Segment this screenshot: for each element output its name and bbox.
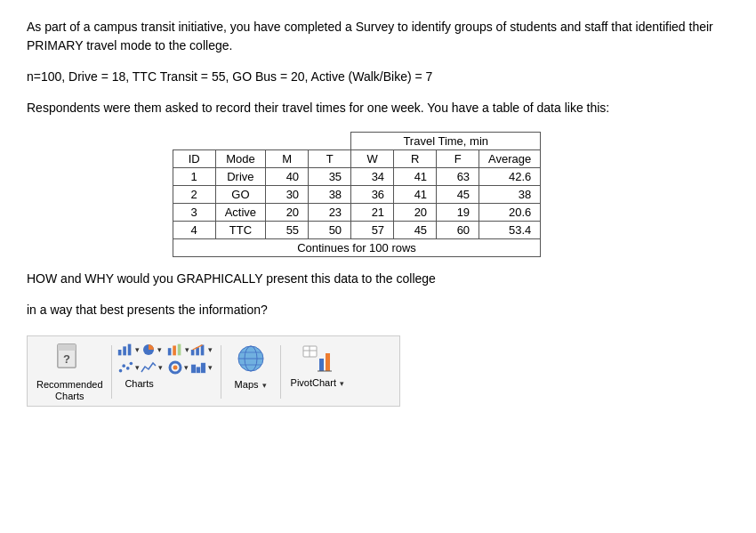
- pivot-chart-group[interactable]: PivotChart ▾: [291, 342, 344, 389]
- svg-rect-2: [58, 344, 76, 351]
- line-chart-icon[interactable]: ▾: [140, 359, 163, 376]
- travel-time-header-row: Travel Time, min: [173, 133, 583, 150]
- pie-chart-dropdown[interactable]: ▾: [157, 345, 162, 354]
- combo-chart-dropdown[interactable]: ▾: [208, 345, 213, 354]
- col-average: Average: [479, 150, 541, 168]
- line-chart-dropdown[interactable]: ▾: [158, 363, 163, 372]
- svg-rect-31: [319, 359, 324, 371]
- intro-paragraph3: Respondents were them asked to record th…: [27, 99, 729, 117]
- svg-text:?: ?: [63, 352, 70, 366]
- charts-label-text: Charts: [125, 378, 153, 389]
- table-row: 1Drive403534416342.6: [173, 168, 583, 186]
- charts-row1: ▾ ▾: [117, 342, 163, 358]
- svg-point-10: [126, 367, 130, 370]
- col-id: ID: [173, 150, 215, 168]
- paragraph1-text: As part of a campus transit initiative, …: [27, 20, 713, 52]
- charts-col2-row1: ▾ ▾: [166, 342, 213, 358]
- svg-rect-15: [190, 350, 194, 355]
- svg-point-19: [173, 366, 177, 370]
- charts-toolbar: ? RecommendedCharts ▾ ▾: [27, 335, 400, 407]
- histogram-icon[interactable]: ▾: [189, 359, 213, 376]
- recommended-charts-label: RecommendedCharts: [36, 379, 103, 402]
- intro-paragraph2: n=100, Drive = 18, TTC Transit = 55, GO …: [27, 68, 729, 86]
- intro-paragraph1: As part of a campus transit initiative, …: [27, 18, 729, 55]
- separator1: [111, 345, 112, 399]
- continues-row: Continues for 100 rows: [173, 239, 583, 257]
- col-mode: Mode: [215, 150, 265, 168]
- charts-bottom-label: Charts: [125, 378, 153, 389]
- table-row: 4TTC555057456053.4: [173, 222, 583, 239]
- charts-col2: ▾ ▾ ▾: [166, 342, 213, 378]
- svg-rect-4: [117, 350, 121, 355]
- pivot-chart-label: PivotChart ▾: [291, 377, 344, 389]
- column-header-row: ID Mode M T W R F Average: [173, 150, 583, 168]
- svg-point-8: [118, 369, 122, 373]
- pie-chart-icon[interactable]: ▾: [140, 342, 163, 358]
- svg-rect-13: [173, 345, 176, 355]
- col-r: R: [394, 150, 437, 168]
- svg-rect-14: [177, 344, 181, 356]
- table-row: 3Active202321201920.6: [173, 204, 583, 222]
- travel-time-header: Travel Time, min: [351, 133, 541, 150]
- scatter-icon[interactable]: ▾: [117, 359, 140, 376]
- maps-dropdown-arrow[interactable]: ▾: [262, 381, 267, 390]
- col-t: T: [309, 150, 351, 168]
- maps-icon[interactable]: [233, 342, 269, 377]
- bar-chart-icon[interactable]: ▾: [117, 342, 140, 358]
- question-line1: HOW and WHY would you GRAPHICALLY presen…: [27, 271, 436, 286]
- pivot-chart-icon[interactable]: [300, 342, 335, 377]
- sunburst-icon[interactable]: ▾: [166, 359, 189, 376]
- svg-rect-5: [123, 346, 126, 355]
- table-row: 2GO303836414538: [173, 186, 583, 204]
- maps-group[interactable]: Maps ▾: [233, 342, 269, 391]
- histogram-dropdown[interactable]: ▾: [208, 363, 213, 372]
- col-f: F: [437, 150, 479, 168]
- pivot-chart-dropdown-arrow[interactable]: ▾: [340, 379, 344, 388]
- paragraph2-text: n=100, Drive = 18, TTC Transit = 55, GO …: [27, 69, 432, 84]
- combo-chart-icon[interactable]: ▾: [189, 342, 213, 358]
- svg-point-9: [122, 364, 125, 367]
- svg-rect-32: [326, 353, 330, 371]
- recommended-charts-icon[interactable]: ?: [52, 342, 87, 377]
- svg-rect-21: [196, 367, 200, 373]
- svg-point-11: [129, 362, 133, 366]
- col-m: M: [266, 150, 309, 168]
- svg-rect-22: [200, 363, 205, 374]
- svg-rect-12: [167, 348, 171, 355]
- separator2: [221, 345, 221, 399]
- charts-row2: ▾ ▾: [117, 359, 163, 376]
- separator3: [280, 345, 281, 399]
- svg-rect-6: [127, 344, 131, 356]
- charts-small-group: ▾ ▾ ▾: [117, 342, 163, 389]
- svg-rect-20: [190, 364, 195, 373]
- sunburst-dropdown[interactable]: ▾: [184, 363, 189, 372]
- svg-rect-17: [200, 345, 204, 356]
- question-line2: in a way that best presents the informat…: [27, 303, 268, 317]
- paragraph3-text: Respondents were them asked to record th…: [27, 101, 609, 115]
- data-table: Travel Time, min ID Mode M T W R F Avera…: [173, 132, 584, 257]
- recommended-charts-group[interactable]: ? RecommendedCharts: [36, 342, 103, 402]
- col-w: W: [351, 150, 394, 168]
- charts-col2-row2: ▾ ▾: [166, 359, 213, 376]
- question-block: HOW and WHY would you GRAPHICALLY presen…: [27, 270, 729, 288]
- area-chart-icon[interactable]: ▾: [166, 342, 189, 358]
- table-body: 1Drive403534416342.62GO3038364145383Acti…: [173, 168, 583, 257]
- maps-label: Maps ▾: [235, 379, 267, 391]
- question-line2-block: in a way that best presents the informat…: [27, 301, 729, 319]
